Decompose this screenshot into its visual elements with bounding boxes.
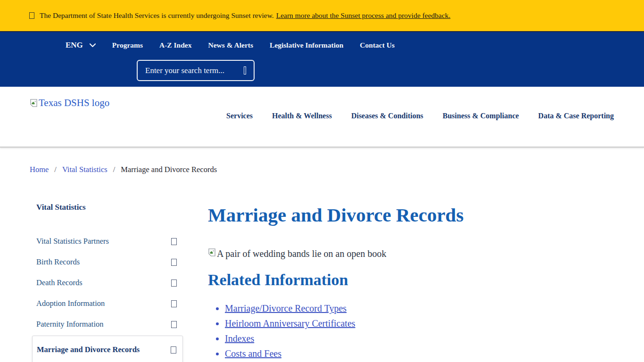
page-title: Marriage and Divorce Records — [208, 200, 623, 227]
sidebar-item-list: Vital Statistics Partners Birth Records … — [32, 231, 183, 362]
logo-alt-text: Texas DSHS logo — [39, 97, 109, 109]
sidebar-item-adoption-information[interactable]: Adoption Information — [32, 293, 183, 314]
sidebar-item-label: Vital Statistics Partners — [36, 237, 109, 246]
primary-nav: Services Health & Wellness Diseases & Co… — [226, 112, 614, 120]
logo-link[interactable]: Texas DSHS logo — [30, 97, 109, 109]
link-costs-and-fees[interactable]: Costs and Fees — [225, 348, 281, 359]
sidebar-item-label: Adoption Information — [36, 299, 105, 308]
hero-image-alt-text: A pair of wedding bands lie on an open b… — [217, 248, 386, 259]
topnav-item-programs[interactable]: Programs — [112, 41, 143, 49]
link-marriage-divorce-record-types[interactable]: Marriage/Divorce Record Types — [225, 303, 347, 313]
link-heirloom-anniversary-certificates[interactable]: Heirloom Anniversary Certificates — [225, 318, 355, 329]
sidebar-item-label: Birth Records — [36, 257, 80, 267]
sidebar-item-label: Marriage and Divorce Records — [37, 345, 140, 354]
sunset-alert-banner: The Department of State Health Services … — [0, 0, 644, 31]
language-selector[interactable]: ENG — [66, 41, 96, 50]
sidebar-item-placeholder-icon — [171, 238, 177, 245]
list-item: Heirloom Anniversary Certificates — [225, 318, 623, 329]
search-icon[interactable] — [244, 66, 246, 74]
breadcrumb: Home / Vital Statistics / Marriage and D… — [30, 165, 217, 174]
sidebar-item-placeholder-icon — [171, 259, 177, 266]
broken-image-icon — [30, 99, 38, 107]
site-header: Texas DSHS logo Services Health & Wellne… — [0, 87, 644, 148]
topnav-item-az-index[interactable]: A-Z Index — [159, 41, 191, 49]
sidebar-item-vital-statistics-partners[interactable]: Vital Statistics Partners — [32, 231, 183, 252]
primary-nav-diseases-conditions[interactable]: Diseases & Conditions — [351, 112, 423, 120]
sidebar-item-marriage-and-divorce-records[interactable]: Marriage and Divorce Records — [32, 336, 183, 362]
sidebar-item-paternity-information[interactable]: Paternity Information — [32, 314, 183, 335]
main-content: Marriage and Divorce Records A pair of w… — [208, 200, 623, 362]
topnav-item-contact-us[interactable]: Contact Us — [360, 41, 395, 49]
breadcrumb-separator: / — [113, 165, 116, 174]
breadcrumb-separator: / — [54, 165, 57, 174]
sidebar-item-placeholder-icon — [171, 280, 177, 287]
primary-nav-health-wellness[interactable]: Health & Wellness — [272, 112, 332, 120]
list-item: Marriage/Divorce Record Types — [225, 303, 623, 314]
breadcrumb-home[interactable]: Home — [30, 165, 49, 174]
primary-nav-business-compliance[interactable]: Business & Compliance — [443, 112, 519, 120]
language-label: ENG — [66, 41, 83, 50]
sidebar-item-placeholder-icon — [171, 321, 177, 328]
sidebar-item-label: Death Records — [36, 278, 83, 288]
related-information-heading: Related Information — [208, 271, 623, 289]
search-box[interactable] — [137, 60, 255, 81]
sunset-feedback-link[interactable]: Learn more about the Sunset process and … — [276, 11, 451, 20]
sidebar-item-birth-records[interactable]: Birth Records — [32, 252, 183, 272]
sidebar-item-label: Paternity Information — [36, 320, 104, 329]
broken-image-icon — [208, 248, 216, 256]
chevron-down-icon — [90, 43, 96, 48]
primary-nav-data-case-reporting[interactable]: Data & Case Reporting — [538, 112, 614, 120]
hero-image-broken: A pair of wedding bands lie on an open b… — [208, 248, 623, 259]
list-item: Indexes — [225, 333, 623, 344]
list-item: Costs and Fees — [225, 348, 623, 359]
sidebar-item-death-records[interactable]: Death Records — [32, 272, 183, 293]
utility-nav-row: ENG Programs A-Z Index News & Alerts Leg… — [66, 41, 395, 50]
topnav-item-news-alerts[interactable]: News & Alerts — [208, 41, 253, 49]
alert-placeholder-icon — [29, 12, 34, 19]
primary-nav-services[interactable]: Services — [226, 112, 253, 120]
search-input[interactable] — [145, 66, 244, 75]
alert-text: The Department of State Health Services … — [40, 11, 274, 20]
vital-statistics-sidebar: Vital Statistics Vital Statistics Partne… — [32, 203, 183, 362]
related-links-list: Marriage/Divorce Record Types Heirloom A… — [208, 303, 623, 359]
link-indexes[interactable]: Indexes — [225, 333, 254, 344]
utility-nav: ENG Programs A-Z Index News & Alerts Leg… — [0, 31, 644, 87]
sidebar-title: Vital Statistics — [32, 203, 183, 212]
breadcrumb-current-page: Marriage and Divorce Records — [121, 165, 217, 174]
page-root: The Department of State Health Services … — [0, 0, 644, 362]
breadcrumb-vital-statistics[interactable]: Vital Statistics — [62, 165, 107, 174]
sidebar-item-placeholder-icon — [171, 346, 176, 354]
topnav-item-legislative-information[interactable]: Legislative Information — [270, 41, 343, 49]
sidebar-item-placeholder-icon — [171, 300, 177, 307]
